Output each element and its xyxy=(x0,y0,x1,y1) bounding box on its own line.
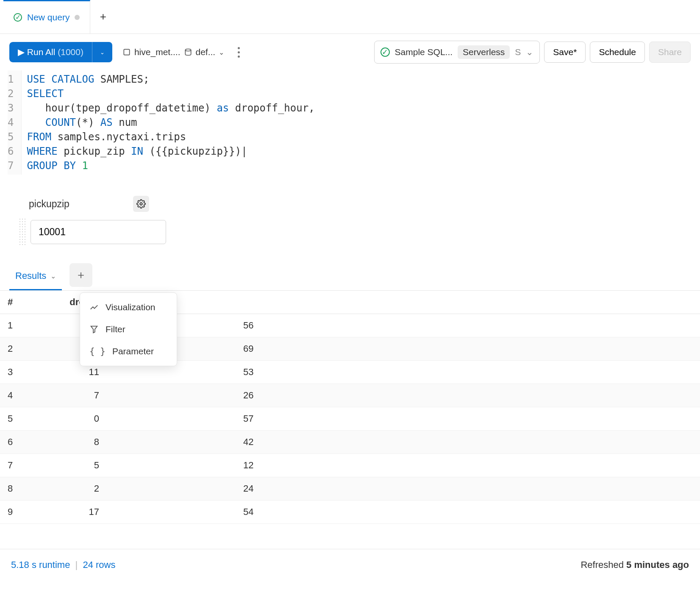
table-cell: 2 xyxy=(27,477,133,501)
column-header[interactable] xyxy=(133,291,700,314)
parameter-settings-button[interactable] xyxy=(133,196,149,212)
check-circle-icon: ✓ xyxy=(381,47,390,57)
schedule-button[interactable]: Schedule xyxy=(590,42,645,63)
query-tab-bar: ✓ New query + xyxy=(0,0,700,34)
table-cell: 17 xyxy=(27,501,133,524)
table-cell: 3 xyxy=(0,361,27,384)
database-name: def... xyxy=(196,47,216,57)
check-circle-icon: ✓ xyxy=(14,13,22,22)
cluster-type-badge: Serverless xyxy=(458,45,510,59)
table-cell: 54 xyxy=(133,501,700,524)
share-label: Share xyxy=(658,47,682,57)
table-row[interactable]: 6842 xyxy=(0,431,700,454)
save-label: Save* xyxy=(553,47,577,57)
table-cell: 1 xyxy=(0,314,27,337)
chevron-down-icon: ⌄ xyxy=(526,47,533,57)
unsaved-dot-icon xyxy=(75,15,80,20)
new-tab-button[interactable]: + xyxy=(90,0,116,33)
table-row[interactable]: 91754 xyxy=(0,501,700,524)
results-tab-label: Results xyxy=(15,270,46,281)
table-cell: 26 xyxy=(133,384,700,407)
gear-icon xyxy=(136,199,146,209)
catalog-name: hive_met.... xyxy=(134,47,181,57)
dropdown-label: Visualization xyxy=(106,302,156,312)
refreshed-summary: Refreshed 5 minutes ago xyxy=(581,559,689,570)
results-footer: 5.18 s runtime | 24 rows Refreshed 5 min… xyxy=(0,549,700,581)
dropdown-item-filter[interactable]: Filter xyxy=(80,318,177,340)
line-gutter: 1234567 xyxy=(8,70,22,175)
table-cell: 56 xyxy=(133,314,700,337)
parameter-input-pickupzip[interactable] xyxy=(31,220,166,244)
cluster-picker[interactable]: ✓ Sample SQL... Serverless S ⌄ xyxy=(374,41,540,64)
table-cell: 12 xyxy=(133,454,700,477)
table-cell: 57 xyxy=(133,407,700,431)
table-cell: 69 xyxy=(133,337,700,361)
table-cell: 42 xyxy=(133,431,700,454)
chevron-down-icon: ⌄ xyxy=(50,272,56,280)
table-cell: 5 xyxy=(27,454,133,477)
dropdown-label: Filter xyxy=(106,324,125,334)
table-row[interactable]: 5057 xyxy=(0,407,700,431)
run-label: Run All xyxy=(27,47,56,57)
drag-handle-icon[interactable] xyxy=(19,218,27,246)
table-cell: 7 xyxy=(0,454,27,477)
svg-rect-0 xyxy=(124,49,129,55)
dropdown-item-parameter[interactable]: { } Parameter xyxy=(80,340,177,362)
table-row[interactable]: 4726 xyxy=(0,384,700,407)
more-options-button[interactable] xyxy=(233,47,244,58)
run-limit: (1000) xyxy=(58,47,83,57)
share-button: Share xyxy=(649,42,691,63)
svg-point-1 xyxy=(185,49,191,51)
add-panel-dropdown: Visualization Filter { } Parameter xyxy=(80,292,177,366)
cluster-size: S xyxy=(515,47,521,57)
cluster-name: Sample SQL... xyxy=(395,47,453,57)
database-icon xyxy=(184,48,192,56)
plus-icon: ＋ xyxy=(75,267,86,282)
filter-icon xyxy=(89,325,99,334)
table-cell: 9 xyxy=(0,501,27,524)
results-tab-bar: Results ⌄ ＋ Visualization Filter { } Par… xyxy=(0,263,700,291)
chevron-down-icon: ⌄ xyxy=(219,48,224,56)
table-row[interactable]: 7512 xyxy=(0,454,700,477)
dropdown-label: Parameter xyxy=(112,346,154,356)
plus-icon: + xyxy=(100,10,106,23)
schedule-label: Schedule xyxy=(599,47,636,57)
query-tab-active[interactable]: ✓ New query xyxy=(3,0,90,33)
catalog-icon xyxy=(122,48,131,56)
table-row[interactable]: 8224 xyxy=(0,477,700,501)
run-options-button[interactable]: ⌄ xyxy=(92,42,112,62)
catalog-picker[interactable]: hive_met.... def... ⌄ xyxy=(122,47,224,57)
dropdown-item-visualization[interactable]: Visualization xyxy=(80,296,177,318)
table-cell: 7 xyxy=(27,384,133,407)
save-button[interactable]: Save* xyxy=(544,42,586,63)
run-button-group: ▶ Run All (1000) ⌄ xyxy=(9,42,112,62)
runtime-summary: 5.18 s runtime | 24 rows xyxy=(11,559,115,570)
table-cell: 8 xyxy=(27,431,133,454)
braces-icon: { } xyxy=(89,346,106,356)
table-cell: 24 xyxy=(133,477,700,501)
play-icon: ▶ xyxy=(18,47,27,57)
table-cell: 6 xyxy=(0,431,27,454)
table-cell: 5 xyxy=(0,407,27,431)
svg-point-2 xyxy=(140,203,142,205)
table-cell: 53 xyxy=(133,361,700,384)
add-results-panel-button[interactable]: ＋ xyxy=(69,263,92,287)
parameter-label: pickupzip xyxy=(29,198,69,210)
chevron-down-icon: ⌄ xyxy=(100,49,105,56)
sql-editor[interactable]: 1234567 USE CATALOG SAMPLES;SELECT hour(… xyxy=(0,70,700,175)
parameters-section: pickupzip xyxy=(0,175,700,250)
table-cell: 0 xyxy=(27,407,133,431)
column-header[interactable]: # xyxy=(0,291,27,314)
toolbar: ▶ Run All (1000) ⌄ hive_met.... def... ⌄… xyxy=(0,34,700,70)
table-cell: 2 xyxy=(0,337,27,361)
table-cell: 8 xyxy=(0,477,27,501)
run-all-button[interactable]: ▶ Run All (1000) xyxy=(9,42,92,62)
tab-label: New query xyxy=(27,12,69,22)
table-cell: 4 xyxy=(0,384,27,407)
chart-icon xyxy=(89,303,99,312)
code-area[interactable]: USE CATALOG SAMPLES;SELECT hour(tpep_dro… xyxy=(22,70,319,175)
svg-marker-3 xyxy=(91,326,97,333)
results-tab[interactable]: Results ⌄ xyxy=(9,263,62,290)
